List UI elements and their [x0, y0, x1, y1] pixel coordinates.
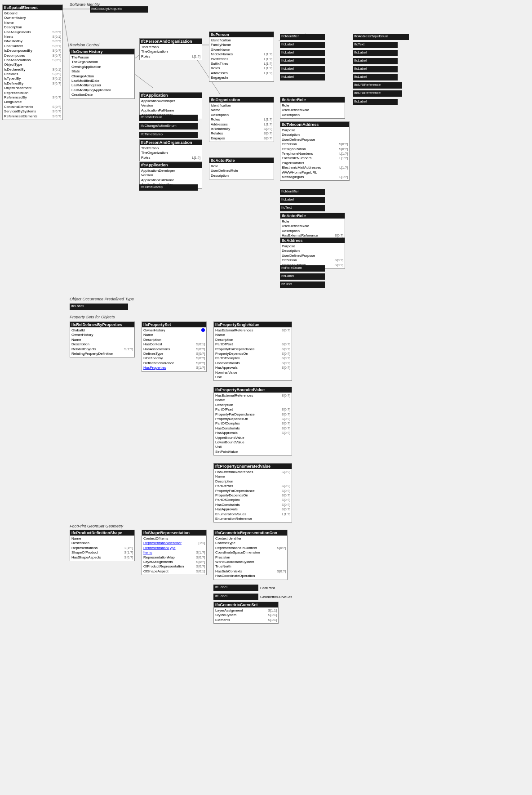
box-ifc-property-bounded-value: IfcPropertyBoundedValue HasExternalRefer… [213, 387, 292, 456]
box-body-ifc-property-enumerated-value: HasExternalReferencesS[0:?] Name Descrip… [214, 469, 292, 522]
box-header-ifc-rel-defines-by-props: IfcRelDefinesByProperties [70, 322, 134, 327]
field-org-description: Description [211, 113, 229, 117]
box-header-ifc-geometric-curve-set: IfcGeometricCurveSet [214, 602, 278, 607]
box-header-ifc-application-2: IfcApplication [140, 162, 202, 168]
field-sr-reptype: RepresentationType [143, 546, 176, 550]
box-header-ifc-person-org-1: IfcPersonAndOrganization [140, 39, 202, 44]
field-pbv-propertydepson: PropertyDependsOn [215, 417, 248, 421]
field-psv-hasapprovals: HasApprovals [215, 366, 238, 370]
card-ta-email: L[1:?] [339, 165, 348, 170]
card-psv-hasextref: S[0:?] [281, 328, 290, 333]
section-obj-occ: Object Occurrence Predefined Type [70, 297, 134, 301]
field-ar2-description: Description [282, 113, 300, 117]
box-body-ifc-actor-role-3: Role UserDefinedRole Description HasExte… [280, 219, 345, 239]
card-psv-propertydepson: S[0:?] [281, 352, 290, 356]
card-hascontext: S[0:1] [52, 44, 61, 49]
box-body-ifc-organization: Identification Name Description RolesL[1… [209, 103, 274, 142]
box-body-ifc-product-definition-shape: Name Description RepresentationsL[1:?] S… [70, 536, 134, 561]
box-ifc-organization: IfcOrganization Identification Name Desc… [209, 97, 274, 142]
field-grc-precision: Precision [215, 555, 230, 560]
field-sr-ofshapeaspect: OfShapeAspect [143, 569, 168, 574]
bar-ifc-address-type-enum: IfcAddressTypeEnum [353, 34, 409, 40]
card-p-middlenames: L[1:?] [264, 52, 272, 57]
field-declares: Declares [4, 72, 18, 76]
card-pev-propertyfordep: S[0:?] [281, 489, 290, 493]
box-ifc-rel-defines-by-props: IfcRelDefinesByProperties GlobalId Owner… [70, 322, 135, 357]
field-hascontext: HasContext [4, 44, 23, 49]
box-ifc-actor-role-1: IfcActorRole Role UserDefinedRole Descri… [209, 157, 274, 179]
label-ifc-globally-unique-id: IfcGloballyUniqueId [90, 6, 124, 11]
field-name: Name [4, 21, 13, 25]
field-nests: Nests [4, 35, 13, 39]
card-pds-representations: L[1:?] [124, 546, 133, 550]
field-rdbp-description: Description [71, 342, 89, 347]
field-p-identification: Identification [211, 38, 231, 43]
field-isnestedby: IsNestedBy [4, 39, 22, 44]
field-ps-definesoccurrence: DefinesOccurrence [143, 361, 174, 366]
field-pao2-theorg: TheOrganization [141, 151, 168, 155]
field-app2-developer: ApplicationDeveloper [141, 169, 175, 173]
bar-ifc-label-12: IfcLabel [353, 99, 398, 105]
box-ifc-geometric-curve-set: IfcGeometricCurveSet LayerAssignmentS[1:… [213, 602, 279, 624]
box-ifc-shape-representation: IfcShapeRepresentation ContextOfItems Re… [142, 530, 207, 575]
box-header-ifc-owner-history: IfcOwnerHistory [70, 49, 134, 54]
field-p-engagesin: EngagesIn [211, 76, 228, 80]
field-ta-messaging: MessagingIds [282, 175, 304, 179]
card-sr-layerassignments: S[0:?] [196, 560, 205, 564]
card-ps-definestype: S[0:?] [196, 352, 205, 356]
field-grc-repsincontext: RepresentationsInContext [215, 546, 257, 550]
field-grc-coordspacedim: CoordinateSpaceDimension [215, 550, 260, 555]
field-oh-creationdate: CreationDate [71, 93, 93, 97]
field-ar2-userdefined: UserDefinedRole [282, 108, 309, 112]
bar-ifc-uri-reference-1: IfcURIReference [353, 82, 402, 89]
box-header-ifc-actor-role-1: IfcActorRole [209, 158, 274, 163]
field-oh-theorg: TheOrganization [71, 60, 98, 64]
box-header-ifc-property-single-value: IfcPropertySingleValue [214, 322, 292, 327]
field-addr-description: Description [282, 249, 300, 253]
card-org-isrelatedby: S[0:?] [263, 127, 272, 131]
box-body-ifc-geometric-rep-context: ContextIdentifier ContextType Representa… [214, 536, 287, 580]
field-ps-hasassociations: HasAssociations [143, 347, 170, 352]
label-ifc-label-obj-occ: IfcLabel [70, 304, 85, 308]
label-ifc-label-9: IfcLabel [353, 58, 368, 63]
bar-ifc-label-4: IfcLabel [280, 66, 325, 72]
field-pev-enumref: EnumerationReference [215, 517, 252, 521]
field-gcs-elements: Elements [215, 618, 230, 622]
card-sr-repid: [1:1] [198, 541, 205, 545]
box-ifc-property-single-value: IfcPropertySingleValue HasExternalRefere… [213, 322, 292, 381]
card-hasassignments: S[0:?] [52, 30, 61, 35]
bar-ifc-timestamp-2: IfcTimeStamp [139, 184, 198, 191]
card-addr-ofperson: S[0:?] [334, 258, 343, 263]
card-pbv-partofpset: S[0:?] [281, 407, 290, 412]
box-header-ifc-address: IfcAddress [280, 238, 345, 243]
field-psv-partofpset: PartOfPset [215, 342, 233, 347]
field-pbv-unit: Unit [215, 445, 222, 449]
card-hasassociations: S[0:?] [52, 58, 61, 63]
field-p-suffixtitles: SuffixTitles [211, 62, 228, 66]
box-ifc-property-set: IfcPropertySet OwnerHistory Name Descrip… [142, 322, 207, 372]
field-globalid: GlobalId [4, 11, 18, 16]
box-body-ifc-geometric-curve-set: LayerAssignmentS[1:1] StyledByItemS[1:1]… [214, 607, 278, 623]
field-pao1-theperson: ThePerson [141, 45, 159, 49]
card-ta-telephone: L[1:?] [339, 152, 348, 156]
label-ifc-label-6: IfcLabel [280, 197, 295, 202]
field-ownerhistory: OwnerHistory [4, 16, 26, 20]
field-representation: Representation [4, 91, 28, 95]
field-pbv-partofpset: PartOfPset [215, 407, 233, 412]
field-org-isrelatedby: IsRelatedBy [211, 127, 230, 131]
field-sr-items: Items [143, 550, 152, 555]
field-pds-hasshapeaspects: HasShapeAspects [71, 555, 101, 560]
bar-ifc-label-9: IfcLabel [353, 58, 398, 64]
field-ar1-description: Description [211, 174, 229, 178]
field-p-roles: Roles [211, 66, 220, 71]
label-ifc-label-8: IfcLabel [353, 50, 368, 55]
card-pbv-propertyfordep: S[0:?] [281, 412, 290, 417]
field-org-relates: Relates [211, 131, 223, 136]
box-body-ifc-owner-history: ThePerson TheOrganization OwningApplicat… [70, 54, 134, 98]
card-sr-ofshapeaspect: S[0:1] [196, 569, 205, 574]
card-ta-messaging: L[1:?] [339, 175, 348, 179]
field-isdefinedby: IsDefinedBy [4, 81, 23, 86]
card-pao1-roles: L[1:?] [192, 54, 200, 59]
card-p-prefixtitles: L[1:?] [264, 57, 272, 62]
card-psv-propertyfordep: S[0:?] [281, 347, 290, 352]
